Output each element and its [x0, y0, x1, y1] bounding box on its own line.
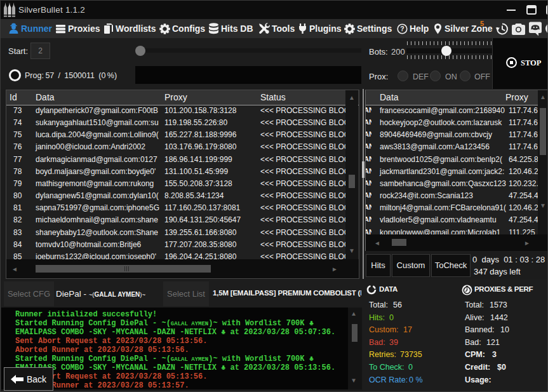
- svg-text:?: ?: [400, 25, 404, 32]
